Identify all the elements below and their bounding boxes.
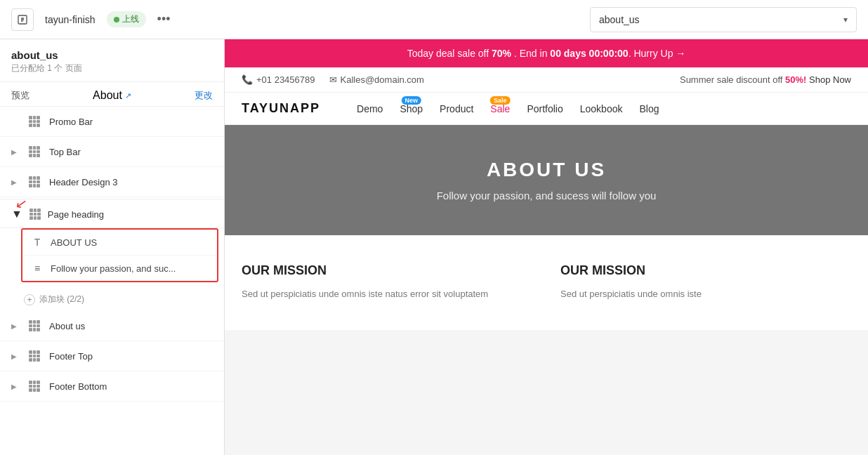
text-icon: T xyxy=(31,237,44,248)
sidebar-item-page-heading: ↙ ▼ Page heading T ABOUT US ≡ Follow you… xyxy=(0,201,224,311)
sidebar-item-about-us[interactable]: ▶ About us xyxy=(0,311,224,341)
nav-item-demo[interactable]: Demo xyxy=(357,103,383,114)
shop-now-link[interactable]: Shop Now xyxy=(809,74,851,85)
divider xyxy=(0,199,224,199)
add-block-button[interactable]: + 添加块 (2/2) xyxy=(0,288,224,311)
contact-info: 📞 +01 23456789 ✉ Kalles@domain.com xyxy=(242,74,424,85)
block-icon-about-us xyxy=(27,318,42,334)
nav-item-sale[interactable]: Sale Sale xyxy=(490,103,510,114)
nav-label-demo: Demo xyxy=(357,103,383,114)
plus-icon: + xyxy=(24,294,35,305)
url-bar[interactable]: about_us ▾ xyxy=(590,7,857,32)
nav-badge-new: New xyxy=(401,96,421,105)
nav-badge-sale: Sale xyxy=(490,96,511,105)
sub-item-about-us-subtitle[interactable]: ≡ Follow your passion, and suc... xyxy=(22,256,217,281)
back-button[interactable] xyxy=(11,8,34,31)
update-button[interactable]: 更改 xyxy=(195,89,213,102)
expand-icon-top-bar: ▶ xyxy=(11,148,20,156)
sidebar-header: about_us 已分配给 1 个 页面 xyxy=(0,39,224,82)
paragraph-icon: ≡ xyxy=(31,263,44,274)
email-address: Kalles@domain.com xyxy=(341,74,424,85)
status-dot xyxy=(114,17,119,22)
sidebar-item-label-top-bar: Top Bar xyxy=(49,147,213,157)
block-icon-footer-top xyxy=(27,348,42,364)
mission-text-2: Sed ut perspiciatis unde omnis iste xyxy=(560,286,851,302)
nav-label-blog: Blog xyxy=(639,103,659,114)
preview-about-link[interactable]: About ↗ xyxy=(93,89,131,102)
sale-info: Summer sale discount off 50%! Shop Now xyxy=(680,74,851,85)
nav-item-product[interactable]: Product xyxy=(440,103,473,114)
block-icon-header xyxy=(27,174,42,190)
block-icon-page-heading xyxy=(29,209,41,220)
mission-col-2: OUR MISSION Sed ut perspiciatis unde omn… xyxy=(560,263,851,302)
block-icon-promo-bar xyxy=(27,114,42,129)
nav-label-sale: Sale xyxy=(490,103,510,114)
sidebar-item-footer-top[interactable]: ▶ Footer Top xyxy=(0,341,224,371)
url-text: about_us xyxy=(599,14,838,25)
hero-section: ABOUT US Follow your passion, and sucess… xyxy=(225,125,868,235)
sidebar-item-header-design[interactable]: ▶ Header Design 3 xyxy=(0,167,224,197)
nav-item-portfolio[interactable]: Portfolio xyxy=(527,103,563,114)
chrome-bar: tayun-finish 上线 ••• about_us ▾ xyxy=(0,0,868,39)
phone-icon: 📞 xyxy=(242,74,253,85)
brand-name: TAYUNAPP xyxy=(242,101,320,116)
sidebar-item-footer-bottom[interactable]: ▶ Footer Bottom xyxy=(0,371,224,402)
top-info-bar: 📞 +01 23456789 ✉ Kalles@domain.com Summe… xyxy=(225,67,868,93)
sidebar-item-top-bar[interactable]: ▶ Top Bar xyxy=(0,137,224,167)
sidebar-scroll: Promo Bar ▶ Top Bar ▶ Header Design 3 xyxy=(0,107,224,455)
about-link-text: About xyxy=(93,89,122,102)
sub-item-label-subtitle: Follow your passion, and suc... xyxy=(51,263,176,274)
hero-title: ABOUT US xyxy=(242,159,851,181)
expand-icon-footer-bottom: ▶ xyxy=(11,383,20,390)
phone-item: 📞 +01 23456789 xyxy=(242,74,315,85)
nav-label-lookbook: Lookbook xyxy=(580,103,623,114)
sale-text: Summer sale discount off xyxy=(680,74,785,85)
status-badge: 上线 xyxy=(107,11,146,27)
sidebar-item-label-footer-bottom: Footer Bottom xyxy=(49,381,213,392)
nav-item-blog[interactable]: Blog xyxy=(639,103,659,114)
sale-percent: 50%! xyxy=(785,74,806,85)
page-heading-sub-items: T ABOUT US ≡ Follow your passion, and su… xyxy=(21,228,218,282)
sidebar-item-label-promo-bar: Promo Bar xyxy=(49,117,213,127)
sidebar-item-label-page-heading: Page heading xyxy=(48,209,213,220)
sidebar-preview-row: 预览 About ↗ 更改 xyxy=(0,82,224,107)
project-name: tayun-finish xyxy=(45,14,96,25)
add-block-label: 添加块 (2/2) xyxy=(39,294,84,305)
hero-subtitle: Follow your passion, and sucess will fol… xyxy=(242,190,851,202)
external-link-icon: ↗ xyxy=(125,91,131,100)
sidebar-title: about_us xyxy=(11,49,213,61)
sidebar-subtitle: 已分配给 1 个 页面 xyxy=(11,62,213,74)
block-icon-footer-bottom xyxy=(27,378,42,394)
sidebar-item-label-about-us: About us xyxy=(49,321,213,331)
nav-item-shop[interactable]: New Shop xyxy=(400,103,423,114)
more-button[interactable]: ••• xyxy=(157,12,171,27)
preview-label: 预览 xyxy=(11,89,29,102)
promo-text-2: . End in xyxy=(511,48,550,59)
promo-text-1: Today deal sale off xyxy=(407,48,492,59)
content-area: Today deal sale off 70% . End in 00 days… xyxy=(225,39,868,455)
nav-label-portfolio: Portfolio xyxy=(527,103,563,114)
nav-bar: TAYUNAPP Demo New Shop Product Sale Sale… xyxy=(225,93,868,125)
mission-section: OUR MISSION Sed ut perspiciatis unde omn… xyxy=(225,235,868,330)
sidebar-item-label-footer-top: Footer Top xyxy=(49,351,213,362)
mission-text-1: Sed ut perspiciatis unde omnis iste natu… xyxy=(242,286,532,302)
main-area: about_us 已分配给 1 个 页面 预览 About ↗ 更改 Promo… xyxy=(0,39,868,455)
sub-item-label-title: ABOUT US xyxy=(51,237,97,248)
email-icon: ✉ xyxy=(329,74,337,85)
promo-countdown: 00 days 00:00:00 xyxy=(550,48,628,59)
sidebar-item-promo-bar[interactable]: Promo Bar xyxy=(0,107,224,137)
nav-item-lookbook[interactable]: Lookbook xyxy=(580,103,623,114)
expand-icon-footer-top: ▶ xyxy=(11,352,20,360)
nav-label-product: Product xyxy=(440,103,473,114)
sidebar-item-label-header: Header Design 3 xyxy=(49,177,213,187)
mission-title-2: OUR MISSION xyxy=(560,263,851,278)
expand-icon-header: ▶ xyxy=(11,178,20,186)
sub-item-about-us-title[interactable]: T ABOUT US xyxy=(22,230,217,256)
mission-col-1: OUR MISSION Sed ut perspiciatis unde omn… xyxy=(242,263,532,302)
page-heading-header[interactable]: ↙ ▼ Page heading xyxy=(0,201,224,228)
block-icon-top-bar xyxy=(27,144,42,159)
phone-number: +01 23456789 xyxy=(256,74,315,85)
nav-label-shop: Shop xyxy=(400,103,423,114)
status-label: 上线 xyxy=(122,13,139,25)
promo-bar-section: Today deal sale off 70% . End in 00 days… xyxy=(225,39,868,67)
